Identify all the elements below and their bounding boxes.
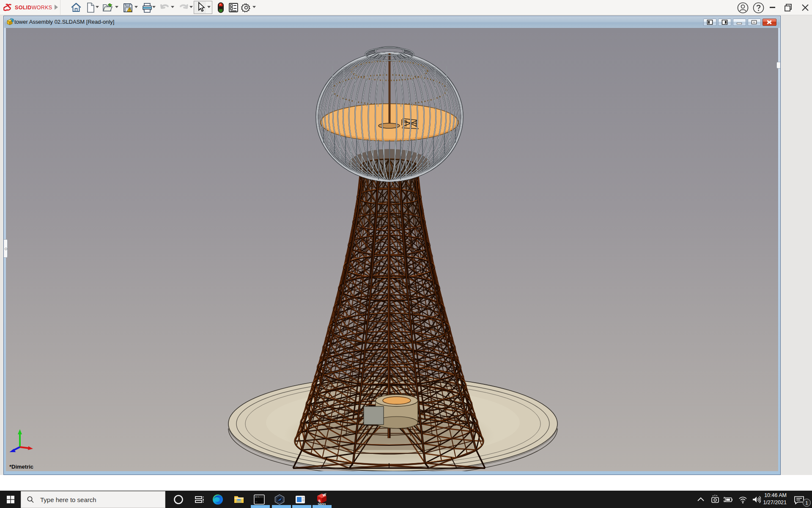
svg-text:C:\: C:\ xyxy=(255,496,259,499)
svg-text:!: ! xyxy=(129,8,130,11)
svg-text:_: _ xyxy=(255,499,258,502)
